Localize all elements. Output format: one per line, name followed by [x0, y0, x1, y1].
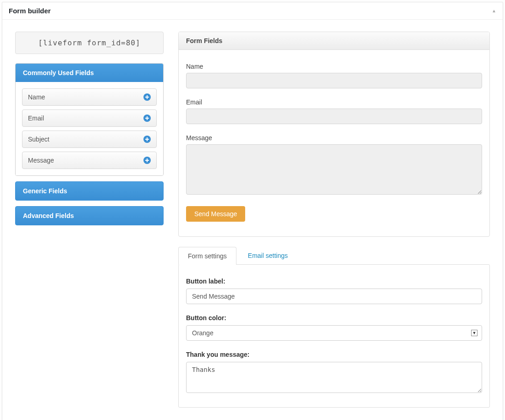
fields-accordion: Commonly Used Fields Name Email Subject — [15, 63, 164, 176]
field-label: Subject — [28, 136, 49, 143]
name-input[interactable] — [186, 73, 482, 88]
settings-tabs: Form settings Email settings — [178, 246, 299, 264]
thank-you-title: Thank you message: — [186, 351, 482, 358]
setting-button-color: Button color: Orange ▼ — [186, 314, 482, 341]
settings-area: Form settings Email settings Button labe… — [178, 264, 490, 408]
plus-circle-icon — [143, 157, 151, 164]
button-color-select[interactable]: Orange — [186, 325, 482, 341]
button-color-select-wrap: Orange ▼ — [186, 325, 482, 341]
setting-button-label: Button label: — [186, 278, 482, 304]
field-item-subject[interactable]: Subject — [22, 131, 157, 148]
panel-header: Form builder ▲ — [2, 2, 503, 20]
shortcode-display[interactable]: [liveform form_id=80] — [15, 32, 164, 54]
form-label-email: Email — [186, 98, 482, 106]
field-item-name[interactable]: Name — [22, 88, 157, 106]
form-builder-panel: Form builder ▲ [liveform form_id=80] Com… — [2, 2, 503, 420]
field-label: Message — [28, 157, 54, 164]
panel-title: Form builder — [9, 7, 51, 15]
field-label: Name — [28, 93, 45, 101]
plus-circle-icon — [143, 136, 151, 143]
form-label-name: Name — [186, 63, 482, 70]
accordion-header-generic[interactable]: Generic Fields — [15, 181, 164, 201]
settings-body: Button label: Button color: Orange ▼ Tha… — [179, 265, 489, 407]
submit-button[interactable]: Send Message — [186, 206, 245, 222]
thank-you-textarea[interactable] — [186, 362, 482, 393]
right-column: Form Fields Name Email Message Send — [178, 32, 490, 408]
accordion-section-common: Commonly Used Fields Name Email Subject — [16, 64, 163, 175]
form-preview-header: Form Fields — [179, 32, 489, 50]
email-input[interactable] — [186, 109, 482, 124]
tab-form-settings[interactable]: Form settings — [178, 247, 236, 265]
accordion-body-common: Name Email Subject Message — [16, 82, 163, 175]
settings-panel: Form settings Email settings Button labe… — [178, 264, 490, 408]
form-group-message: Message — [186, 134, 482, 196]
accordion-header-common[interactable]: Commonly Used Fields — [16, 64, 163, 82]
form-preview-body: Name Email Message Send Message — [179, 50, 489, 236]
button-label-title: Button label: — [186, 278, 482, 285]
form-label-message: Message — [186, 134, 482, 142]
field-label: Email — [28, 115, 44, 122]
field-item-message[interactable]: Message — [22, 152, 157, 169]
form-group-name: Name — [186, 63, 482, 88]
collapse-toggle-icon[interactable]: ▲ — [492, 8, 496, 13]
field-item-email[interactable]: Email — [22, 109, 157, 127]
accordion-header-advanced[interactable]: Advanced Fields — [15, 206, 164, 225]
left-column: [liveform form_id=80] Commonly Used Fiel… — [15, 32, 164, 408]
setting-thank-you: Thank you message: — [186, 351, 482, 394]
tab-email-settings[interactable]: Email settings — [238, 246, 297, 264]
button-label-input[interactable] — [186, 289, 482, 304]
message-textarea[interactable] — [186, 144, 482, 195]
form-group-email: Email — [186, 98, 482, 124]
form-preview-card: Form Fields Name Email Message Send — [178, 32, 490, 237]
panel-body: [liveform form_id=80] Commonly Used Fiel… — [2, 20, 503, 420]
plus-circle-icon — [143, 93, 151, 101]
button-color-title: Button color: — [186, 314, 482, 322]
plus-circle-icon — [143, 115, 151, 122]
